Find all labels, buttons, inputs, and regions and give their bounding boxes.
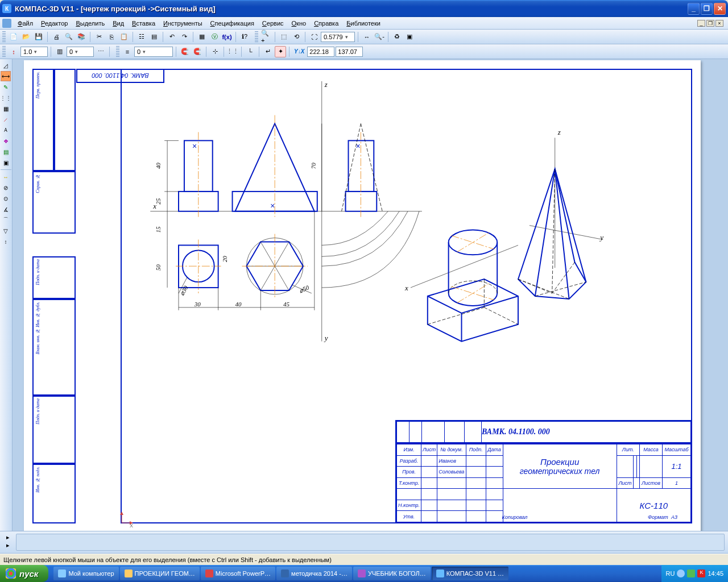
- layer-manage-icon[interactable]: ⋯: [95, 46, 106, 57]
- arc-dim-icon[interactable]: ⌒: [1, 215, 11, 225]
- auto-dim-icon[interactable]: ↕: [1, 236, 11, 247]
- menu-help[interactable]: Справка: [310, 19, 342, 28]
- taskbar-item[interactable]: УЧЕБНИК БОГОЛ…: [353, 567, 431, 580]
- save-icon[interactable]: 💾: [33, 31, 44, 43]
- dimensions-icon[interactable]: ⟷: [1, 71, 11, 81]
- coord-x-input[interactable]: [307, 47, 334, 57]
- help-icon[interactable]: ℹ?: [239, 31, 250, 43]
- geometry-icon[interactable]: ◿: [1, 60, 11, 70]
- menu-spec[interactable]: Спецификация: [206, 19, 258, 28]
- spec-icon[interactable]: ❖: [1, 136, 11, 146]
- redo-icon[interactable]: ↷: [179, 31, 190, 43]
- property-inner[interactable]: [16, 534, 725, 551]
- library-icon[interactable]: 📚: [76, 31, 87, 43]
- zoom-out-icon[interactable]: 🔍-: [374, 31, 385, 43]
- insert-icon[interactable]: ▣: [1, 157, 11, 168]
- grid-icon[interactable]: ⋮⋮: [227, 46, 238, 57]
- diameter-dim-icon[interactable]: ⊘: [1, 182, 11, 193]
- preview-icon[interactable]: 🔍: [63, 31, 75, 43]
- zoom-fit-icon[interactable]: ⛶: [308, 31, 320, 43]
- grip-icon[interactable]: [255, 31, 258, 43]
- grip-icon[interactable]: [2, 31, 6, 43]
- pan-icon[interactable]: ↔: [361, 31, 373, 43]
- maximize-button[interactable]: ❐: [701, 3, 713, 15]
- variables-icon[interactable]: ⓥ: [209, 31, 220, 43]
- linear-dim-icon[interactable]: ↔: [1, 172, 11, 182]
- grip-icon[interactable]: [116, 46, 119, 57]
- step-input[interactable]: 1.0: [20, 47, 48, 57]
- menu-file[interactable]: Файл: [14, 19, 37, 28]
- menu-lib[interactable]: Библиотеки: [342, 19, 384, 28]
- linestyle-icon[interactable]: ≡: [122, 46, 133, 57]
- menu-editor[interactable]: Редактор: [37, 19, 72, 28]
- menu-insert[interactable]: Вставка: [128, 19, 159, 28]
- lang-indicator[interactable]: RU: [666, 570, 675, 577]
- tray-volume-icon[interactable]: [677, 569, 685, 577]
- menu-tools[interactable]: Инструменты: [159, 19, 206, 28]
- redraw-icon[interactable]: ♻: [391, 31, 403, 43]
- menu-window[interactable]: Окно: [288, 19, 311, 28]
- radius-dim-icon[interactable]: ⊙: [1, 193, 11, 203]
- paste-icon[interactable]: 📋: [118, 31, 130, 43]
- menu-view[interactable]: Вид: [109, 19, 128, 28]
- canvas[interactable]: Перв. примен. Справ. № Подп. и дата Взам…: [13, 59, 728, 531]
- measure-icon[interactable]: ⟋: [1, 114, 11, 124]
- svg-line-80: [518, 279, 569, 299]
- tray-av-icon[interactable]: K: [697, 569, 705, 577]
- clock[interactable]: 14:45: [708, 570, 723, 577]
- zoom-window-icon[interactable]: ⬚: [278, 31, 289, 43]
- cursor-step-icon[interactable]: ↕: [8, 46, 19, 57]
- undo-icon[interactable]: ↶: [166, 31, 177, 43]
- svg-text:X: X: [130, 523, 133, 527]
- zoom-in-icon[interactable]: 🔍+: [260, 31, 272, 43]
- angle-dim-icon[interactable]: ∡: [1, 204, 11, 214]
- print-icon[interactable]: 🖨: [51, 31, 62, 43]
- mdi-min[interactable]: _: [697, 20, 705, 27]
- edit-icon[interactable]: ⋮⋮: [1, 93, 11, 103]
- manager-icon[interactable]: ▦: [196, 31, 208, 43]
- fx-icon[interactable]: f(x): [221, 31, 233, 43]
- layer-input[interactable]: 0: [67, 47, 94, 57]
- new-icon[interactable]: 📄: [8, 31, 19, 43]
- linestyle-input[interactable]: 0: [134, 47, 173, 57]
- close-button[interactable]: ✕: [714, 3, 726, 15]
- round-icon[interactable]: ↵: [262, 46, 274, 57]
- taskbar-item-active[interactable]: КОМПАС-3D V11 …: [432, 567, 508, 580]
- panel-tab-icon[interactable]: ▸: [3, 542, 13, 549]
- menu-service[interactable]: Сервис: [258, 19, 288, 28]
- designations-icon[interactable]: ✎: [1, 82, 11, 92]
- tray-shield-icon[interactable]: [687, 569, 695, 577]
- menu-select[interactable]: Выделить: [72, 19, 109, 28]
- grid-lock-icon[interactable]: ⊹: [209, 46, 221, 57]
- select-icon[interactable]: Ａ: [1, 125, 11, 135]
- snap-on-icon[interactable]: 🧲: [179, 46, 191, 57]
- layers-icon[interactable]: ▤: [148, 31, 160, 43]
- mdi-close[interactable]: ×: [715, 20, 723, 27]
- local-cs-icon[interactable]: ✦: [275, 46, 286, 57]
- params-icon[interactable]: ▦: [1, 103, 11, 114]
- open-icon[interactable]: 📂: [20, 31, 32, 43]
- svg-text:z: z: [324, 80, 328, 89]
- snap-off-icon[interactable]: 🧲: [192, 46, 203, 57]
- zoom-prev-icon[interactable]: ⟲: [291, 31, 302, 43]
- coord-y-input[interactable]: [336, 47, 363, 57]
- taskbar-item[interactable]: методичка 2014 -…: [276, 567, 352, 580]
- panel-tab-icon[interactable]: ▸: [3, 534, 13, 541]
- minimize-button[interactable]: _: [688, 3, 700, 15]
- system-tray[interactable]: RU K 14:45: [661, 565, 728, 582]
- taskbar-item[interactable]: Мой компьютер: [53, 567, 118, 580]
- zoom-value-input[interactable]: 0.5779: [321, 32, 355, 42]
- grip-icon[interactable]: [2, 46, 6, 57]
- fullscreen-icon[interactable]: ▣: [404, 31, 415, 43]
- start-button[interactable]: пуск: [0, 565, 48, 582]
- reports-icon[interactable]: ▤: [1, 147, 11, 157]
- taskbar-item[interactable]: Microsoft PowerP…: [201, 567, 275, 580]
- ortho-icon[interactable]: └: [245, 46, 256, 57]
- mdi-restore[interactable]: ❐: [706, 20, 714, 27]
- copy-icon[interactable]: ⎘: [106, 31, 117, 43]
- cut-icon[interactable]: ✂: [93, 31, 105, 43]
- height-dim-icon[interactable]: ▽: [1, 226, 11, 236]
- properties-icon[interactable]: ☷: [136, 31, 147, 43]
- layer-state-icon[interactable]: ▥: [54, 46, 65, 57]
- taskbar-item[interactable]: ПРОЕКЦИИ ГЕОМ…: [120, 567, 200, 580]
